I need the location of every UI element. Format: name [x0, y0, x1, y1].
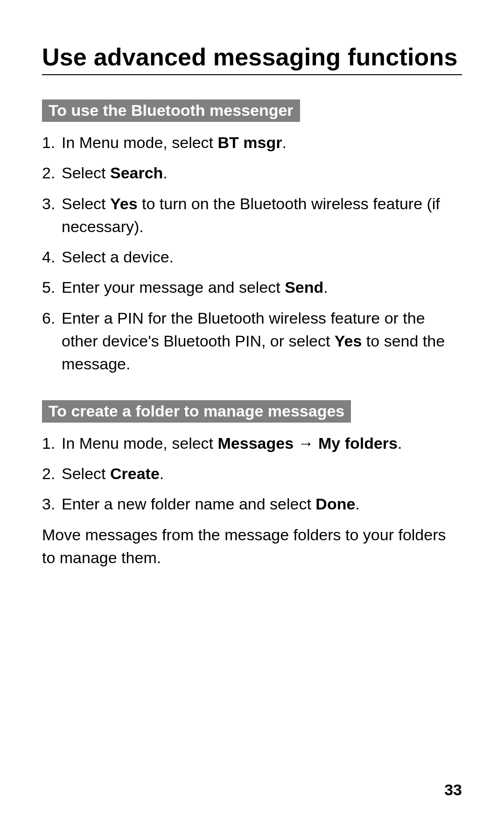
- text-run: Select: [62, 465, 110, 482]
- section-header: To use the Bluetooth messenger: [42, 99, 300, 122]
- text-run: Select: [62, 195, 110, 212]
- text-run: Move messages from the message folders t…: [42, 526, 446, 566]
- text-run: .: [160, 465, 164, 482]
- bold-text: Search: [110, 164, 163, 182]
- bold-text: Send: [285, 278, 323, 296]
- text-run: .: [398, 434, 402, 452]
- page-title: Use advanced messaging functions: [42, 42, 462, 75]
- list-item: Select Yes to turn on the Bluetooth wire…: [42, 192, 462, 239]
- list-item: Enter a new folder name and select Done.: [42, 493, 462, 516]
- text-run: In Menu mode, select: [62, 434, 218, 452]
- page-number: 33: [444, 781, 462, 799]
- list-item: Select a device.: [42, 246, 462, 269]
- text-run: .: [323, 278, 328, 296]
- text-run: In Menu mode, select: [62, 134, 218, 151]
- bold-text: Create: [110, 465, 160, 482]
- numbered-list: In Menu mode, select Messages → My folde…: [42, 432, 462, 516]
- bold-text: Messages: [218, 434, 294, 452]
- list-item: In Menu mode, select BT msgr.: [42, 131, 462, 154]
- list-item: Select Create.: [42, 462, 462, 485]
- text-run: .: [355, 495, 359, 513]
- list-item: Select Search.: [42, 162, 462, 184]
- text-run: Select: [62, 164, 110, 182]
- bold-text: BT msgr: [218, 134, 282, 151]
- bold-text: Done: [315, 495, 355, 513]
- list-item: In Menu mode, select Messages → My folde…: [42, 432, 462, 455]
- numbered-list: In Menu mode, select BT msgr.Select Sear…: [42, 131, 462, 376]
- list-item: Enter a PIN for the Bluetooth wireless f…: [42, 307, 462, 376]
- document-page: Use advanced messaging functions To use …: [0, 0, 504, 827]
- list-item: Enter your message and select Send.: [42, 276, 462, 299]
- text-run: .: [163, 164, 167, 182]
- paragraph: Move messages from the message folders t…: [42, 523, 462, 570]
- text-run: .: [282, 134, 286, 151]
- bold-text: My folders: [318, 434, 398, 452]
- text-run: Enter your message and select: [62, 278, 285, 296]
- text-run: Enter a new folder name and select: [62, 495, 315, 513]
- text-run: Select a device.: [62, 248, 174, 266]
- bold-text: Yes: [335, 332, 362, 350]
- section-header: To create a folder to manage messages: [42, 400, 351, 423]
- text-run: →: [294, 434, 318, 452]
- bold-text: Yes: [110, 195, 138, 212]
